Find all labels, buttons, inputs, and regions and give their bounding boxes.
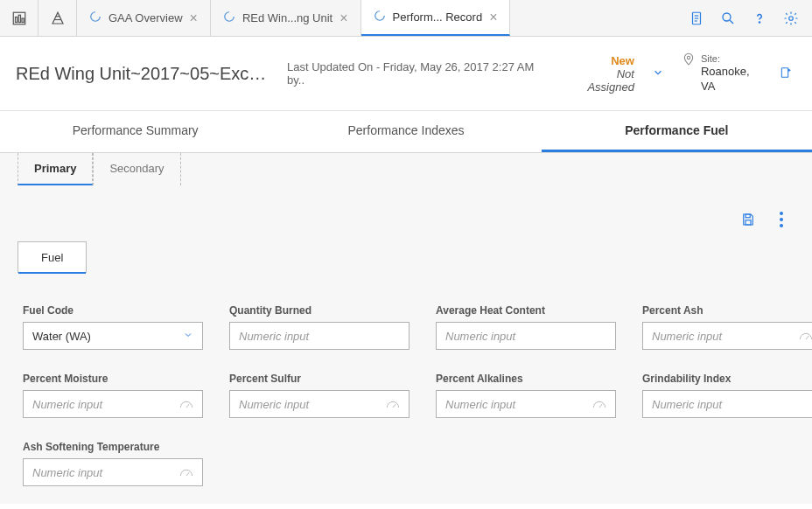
gauge-icon — [386, 399, 400, 409]
tab-perform-record[interactable]: Perform... Record × — [361, 0, 511, 36]
clipboard-icon[interactable] — [688, 10, 705, 27]
field-label: Percent Alkalines — [436, 373, 616, 385]
sub-tabs: Primary Secondary — [18, 153, 794, 185]
tab-performance-summary[interactable]: Performance Summary — [0, 111, 270, 152]
field-quantity-burned: Quantity Burned — [229, 304, 410, 350]
tab-label: Perform... Record — [393, 10, 483, 24]
svg-point-14 — [687, 56, 690, 59]
svg-rect-2 — [18, 15, 20, 22]
form-grid: Fuel Code Water (WA) Quantity Burned Ave… — [18, 273, 794, 486]
site-label: Site: — [701, 52, 761, 65]
gauge-icon — [179, 467, 193, 478]
field-percent-alkalines: Percent Alkalines — [436, 373, 616, 418]
sub-tab-secondary[interactable]: Secondary — [93, 153, 180, 185]
top-toolbar: GAA Overview × REd Win...ng Unit × Perfo… — [0, 0, 812, 37]
section-tabs: Performance Summary Performance Indexes … — [0, 111, 812, 153]
field-label: Average Heat Content — [436, 304, 616, 317]
svg-point-13 — [789, 16, 794, 20]
tab-performance-fuel[interactable]: Performance Fuel — [542, 111, 812, 152]
tab-red-wing-unit[interactable]: REd Win...ng Unit × — [211, 0, 361, 36]
svg-rect-17 — [746, 220, 751, 225]
percent-alkalines-input[interactable] — [445, 398, 592, 411]
site-value: Roanoke, VA — [701, 65, 761, 94]
search-icon[interactable] — [719, 10, 737, 27]
help-icon[interactable] — [751, 10, 768, 27]
export-icon[interactable] — [779, 66, 793, 82]
right-toolbar — [676, 0, 812, 36]
svg-line-19 — [186, 404, 189, 408]
field-label: Percent Moisture — [23, 373, 203, 385]
chevron-down-icon[interactable] — [652, 66, 664, 81]
save-icon[interactable] — [740, 212, 756, 227]
percent-sulfur-input[interactable] — [239, 398, 386, 411]
dashboard-icon[interactable] — [0, 0, 38, 36]
svg-point-12 — [759, 21, 760, 22]
field-percent-ash: Percent Ash — [642, 304, 812, 350]
fuel-code-select[interactable]: Water (WA) — [23, 322, 203, 350]
grindability-index-input[interactable] — [652, 398, 812, 411]
tab-performance-indexes[interactable]: Performance Indexes — [270, 111, 541, 152]
svg-rect-1 — [15, 17, 17, 22]
svg-line-18 — [806, 336, 808, 339]
select-value: Water (WA) — [32, 330, 183, 343]
field-percent-moisture: Percent Moisture — [23, 373, 203, 418]
gauge-icon — [179, 399, 193, 409]
percent-ash-input[interactable] — [652, 330, 799, 343]
avg-heat-content-input[interactable] — [445, 330, 606, 343]
field-grindability-index: Grindability Index — [642, 373, 812, 418]
quantity-burned-input[interactable] — [239, 330, 400, 343]
field-label: Fuel Code — [23, 304, 203, 317]
page-header: REd Wing Unit~2017~05~Excluding... Last … — [0, 37, 812, 111]
sub-tab-primary[interactable]: Primary — [18, 153, 93, 185]
status-new: New — [571, 54, 634, 67]
close-icon[interactable]: × — [340, 10, 347, 26]
tab-gaa-overview[interactable]: GAA Overview × — [77, 0, 211, 36]
actions-row — [18, 185, 794, 236]
svg-rect-3 — [22, 18, 24, 23]
field-ash-softening-temp: Ash Softening Temperature — [23, 441, 203, 486]
page-title: REd Wing Unit~2017~05~Excluding... — [16, 64, 270, 84]
gauge-icon — [592, 399, 606, 409]
field-label: Quantity Burned — [229, 304, 410, 317]
status-not-assigned: Not Assigned — [571, 67, 634, 94]
tab-label: REd Win...ng Unit — [242, 11, 332, 24]
svg-rect-15 — [781, 67, 788, 77]
field-label: Ash Softening Temperature — [23, 441, 203, 453]
more-actions-icon[interactable] — [774, 212, 789, 227]
tab-label: GAA Overview — [108, 11, 183, 24]
field-fuel-code: Fuel Code Water (WA) — [23, 304, 203, 350]
loading-icon — [223, 10, 235, 25]
inner-tab-fuel[interactable]: Fuel — [18, 241, 87, 273]
content-area: Primary Secondary Fuel Fuel Code Water (… — [0, 153, 812, 504]
field-label: Percent Sulfur — [229, 373, 410, 385]
svg-rect-16 — [746, 214, 750, 218]
svg-line-11 — [730, 20, 733, 24]
status-block: New Not Assigned — [571, 54, 634, 94]
svg-line-20 — [393, 404, 396, 408]
ash-softening-temp-input[interactable] — [32, 466, 179, 479]
close-icon[interactable]: × — [190, 10, 198, 26]
hierarchy-icon[interactable] — [38, 0, 77, 36]
inner-tabs: Fuel — [18, 241, 794, 273]
loading-icon — [89, 10, 102, 25]
document-tabs: GAA Overview × REd Win...ng Unit × Perfo… — [77, 0, 676, 36]
field-percent-sulfur: Percent Sulfur — [229, 373, 410, 418]
field-label: Grindability Index — [642, 373, 812, 385]
svg-point-10 — [723, 13, 731, 21]
field-label: Percent Ash — [642, 304, 812, 317]
chevron-down-icon — [183, 330, 193, 343]
gear-icon[interactable] — [782, 10, 800, 27]
svg-line-21 — [599, 404, 602, 408]
site-block: Site: Roanoke, VA — [682, 52, 761, 94]
svg-line-22 — [186, 472, 189, 476]
close-icon[interactable]: × — [489, 10, 497, 25]
last-updated: Last Updated On - Friday, May 26, 2017 2… — [287, 60, 536, 87]
location-pin-icon — [682, 52, 696, 69]
gauge-icon — [799, 331, 812, 341]
percent-moisture-input[interactable] — [32, 398, 179, 411]
loading-icon — [374, 10, 386, 24]
field-avg-heat-content: Average Heat Content — [436, 304, 616, 350]
